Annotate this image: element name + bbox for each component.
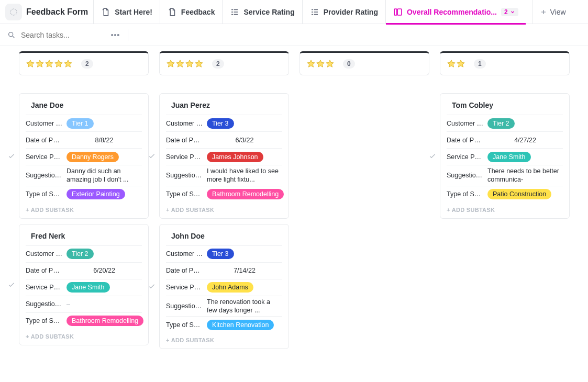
field-label: Service Pro... <box>166 153 203 161</box>
divider <box>128 29 128 41</box>
task-check-icon[interactable] <box>7 152 16 160</box>
field-label: Suggestion... <box>166 302 203 310</box>
field-label: Suggestion... <box>26 172 62 179</box>
field-date-of-purchase: Date of Pur...8/8/22 <box>26 131 142 148</box>
add-subtask-button[interactable]: + ADD SUBTASK <box>166 203 282 214</box>
service-chip[interactable]: Kitchen Renovation <box>207 320 274 330</box>
add-subtask-button[interactable]: + ADD SUBTASK <box>447 203 563 214</box>
service-chip[interactable]: Patio Construction <box>487 189 551 199</box>
field-value: Patio Construction <box>487 189 563 199</box>
provider-chip[interactable]: Danny Rogers <box>66 152 119 162</box>
tier-chip[interactable]: Tier 1 <box>66 118 94 129</box>
column-count: 2 <box>81 59 93 69</box>
card-wrap: Fred NerkCustomer T...Tier 2Date of Pur.… <box>19 224 149 345</box>
task-check-icon[interactable] <box>148 152 156 160</box>
provider-chip[interactable]: Jane Smith <box>66 282 110 293</box>
field-value: 6/20/22 <box>66 267 142 274</box>
tab-label: Feedback <box>181 8 215 16</box>
field-suggestions: Suggestion...There needs to be better co… <box>447 165 563 186</box>
task-card[interactable]: John DoeCustomer T...Tier 3Date of Pur..… <box>159 224 289 350</box>
field-label: Customer T... <box>166 250 203 257</box>
svg-rect-2 <box>397 9 402 15</box>
provider-chip[interactable]: John Adams <box>207 282 253 293</box>
card-wrap: Jane DoeCustomer T...Tier 1Date of Pur..… <box>19 93 149 219</box>
star-rating <box>166 59 204 69</box>
field-value: I would have liked to see more light fix… <box>207 167 282 184</box>
task-card[interactable]: Jane DoeCustomer T...Tier 1Date of Pur..… <box>19 93 149 219</box>
tab-start-here[interactable]: Start Here! <box>93 0 160 24</box>
field-label: Date of Pur... <box>26 267 62 274</box>
svg-rect-1 <box>394 9 397 15</box>
field-value: John Adams <box>207 282 282 293</box>
suggestion-text: I would have liked to see more light fix… <box>207 167 282 184</box>
field-customer-tier: Customer T...Tier 1 <box>26 115 142 131</box>
task-card[interactable]: Juan PerezCustomer T...Tier 3Date of Pur… <box>159 93 289 219</box>
more-options-icon[interactable] <box>110 30 120 40</box>
field-label: Type of Ser... <box>166 190 203 198</box>
field-customer-tier: Customer T...Tier 2 <box>26 245 142 262</box>
card-title: Juan Perez <box>171 101 282 109</box>
suggestion-text: There needs to be better communica- <box>487 167 563 184</box>
field-label: Date of Pur... <box>447 137 483 144</box>
field-label: Date of Pur... <box>166 267 203 274</box>
tab-overall-recommendation[interactable]: Overall Recommendatio... 2 <box>385 0 526 24</box>
column-header[interactable]: 2 <box>159 51 289 75</box>
column-count: 1 <box>474 59 486 69</box>
tier-chip[interactable]: Tier 3 <box>207 249 234 259</box>
field-value: 4/27/22 <box>487 137 563 144</box>
column-count: 0 <box>343 59 355 69</box>
add-subtask-button[interactable]: + ADD SUBTASK <box>26 329 142 341</box>
suggestion-text: The renovation took a few days longer ..… <box>207 298 282 315</box>
column-header[interactable]: 2 <box>19 51 149 75</box>
add-subtask-button[interactable]: + ADD SUBTASK <box>166 333 282 344</box>
service-chip[interactable]: Bathroom Remodelling <box>207 189 284 199</box>
field-suggestions: Suggestion...The renovation took a few d… <box>166 296 282 317</box>
view-button-label: View <box>550 8 566 16</box>
field-value: There needs to be better communica- <box>487 167 563 184</box>
add-view-button[interactable]: View <box>532 0 573 24</box>
space-icon[interactable] <box>5 4 22 20</box>
field-value: Tier 2 <box>487 118 563 129</box>
service-chip[interactable]: Exterior Painting <box>66 189 125 199</box>
field-label: Customer T... <box>26 250 62 257</box>
tier-chip[interactable]: Tier 2 <box>487 118 515 129</box>
column-header[interactable]: 0 <box>299 51 429 75</box>
task-check-icon[interactable] <box>148 282 156 290</box>
task-card[interactable]: Fred NerkCustomer T...Tier 2Date of Pur.… <box>19 224 149 345</box>
svg-point-3 <box>9 32 13 36</box>
card-wrap: Tom CobleyCustomer T...Tier 2Date of Pur… <box>440 93 570 219</box>
field-label: Suggestion... <box>26 300 62 308</box>
service-chip[interactable]: Bathroom Remodelling <box>66 316 143 326</box>
field-label: Suggestion... <box>447 172 483 179</box>
field-label: Service Pro... <box>166 284 203 291</box>
field-suggestions: Suggestion...I would have liked to see m… <box>166 165 282 186</box>
board-column: 2Juan PerezCustomer T...Tier 3Date of Pu… <box>159 51 289 349</box>
field-type-of-service: Type of Ser...Bathroom Remodelling <box>166 186 282 203</box>
tab-feedback[interactable]: Feedback <box>160 0 223 24</box>
column-count: 2 <box>212 59 224 69</box>
svg-point-4 <box>112 34 113 36</box>
add-subtask-button[interactable]: + ADD SUBTASK <box>26 203 142 214</box>
task-check-icon[interactable] <box>7 280 16 289</box>
tab-count[interactable]: 2 <box>501 8 518 16</box>
field-value: James Johnson <box>207 152 282 162</box>
search-input[interactable] <box>21 31 105 39</box>
field-value: 8/8/22 <box>66 137 142 144</box>
provider-chip[interactable]: James Johnson <box>207 152 263 162</box>
tab-label: Start Here! <box>115 8 152 16</box>
provider-chip[interactable]: Jane Smith <box>487 152 531 162</box>
tier-chip[interactable]: Tier 3 <box>207 118 234 129</box>
tab-service-rating[interactable]: Service Rating <box>222 0 302 24</box>
task-card[interactable]: Tom CobleyCustomer T...Tier 2Date of Pur… <box>440 93 570 219</box>
field-label: Customer T... <box>447 120 483 127</box>
tier-chip[interactable]: Tier 2 <box>66 249 94 259</box>
column-header[interactable]: 1 <box>440 51 570 75</box>
card-title: Tom Cobley <box>452 101 563 109</box>
field-service-provider: Service Pro...Jane Smith <box>26 279 142 296</box>
field-service-provider: Service Pro...James Johnson <box>166 148 282 165</box>
tab-provider-rating[interactable]: Provider Rating <box>302 0 385 24</box>
task-check-icon[interactable] <box>428 152 437 160</box>
card-wrap: John DoeCustomer T...Tier 3Date of Pur..… <box>159 224 289 350</box>
suggestion-empty: – <box>66 300 70 308</box>
field-type-of-service: Type of Ser...Exterior Painting <box>26 186 142 203</box>
